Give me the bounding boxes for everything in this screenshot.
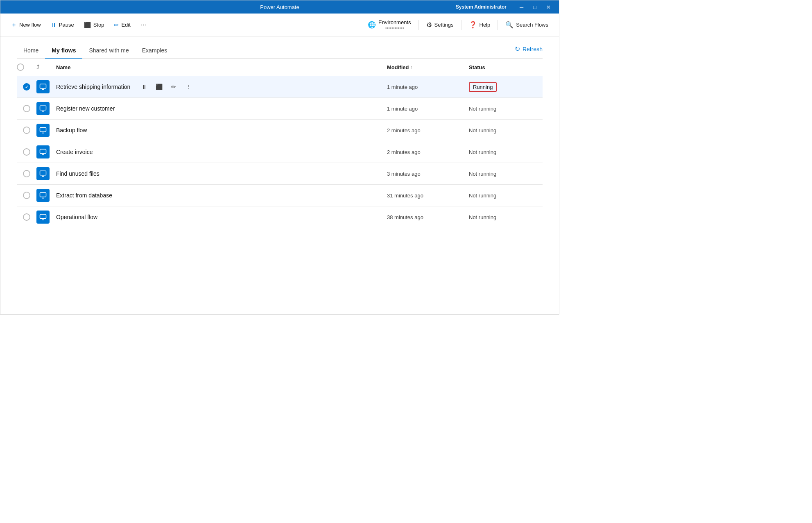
table-row[interactable]: Operational flow ⏸ ⬛ ✏ ⋮ 38 minutes ago … [17,206,543,228]
row-pause-icon[interactable]: ⏸ [108,168,119,179]
th-name[interactable]: Name [56,64,387,70]
refresh-button[interactable]: ↻ Refresh [515,45,543,56]
row-stop-icon[interactable]: ⬛ [122,168,134,179]
row-pause-icon[interactable]: ⏸ [123,103,134,114]
environments-button[interactable]: 🌐 Environments •••••••••••• [364,18,415,32]
row-stop-icon[interactable]: ⬛ [138,103,149,114]
tab-shared-with-me[interactable]: Shared with me [82,43,135,59]
row-name-5: Find unused files [56,170,100,177]
row-stop-icon[interactable]: ⬛ [120,211,132,223]
globe-icon: 🌐 [368,21,376,29]
close-button[interactable]: ✕ [543,3,554,11]
row-modified-4: 2 minutes ago [387,149,469,155]
new-flow-label: New flow [19,22,41,28]
table-row[interactable]: Backup flow ⏸ ⬛ ✏ ⋮ 2 minutes ago Not ru… [17,120,543,141]
row-more-icon[interactable]: ⋮ [145,146,157,158]
row-edit-icon[interactable]: ✏ [152,103,164,114]
row-stop-icon[interactable]: ⬛ [153,81,165,93]
checkbox-unchecked[interactable] [23,127,30,134]
more-button[interactable]: ··· [136,19,151,31]
separator-2 [461,20,461,30]
help-button[interactable]: ❓ Help [465,19,495,30]
desktop-flow-icon [39,105,47,112]
row-more-icon[interactable]: ⋮ [139,125,151,136]
row-status-3: Not running [469,127,543,134]
row-modified-5: 3 minutes ago [387,171,469,177]
row-name-6: Extract from database [56,192,112,199]
row-edit-icon[interactable]: ✏ [168,81,179,93]
toolbar-right: 🌐 Environments •••••••••••• ⚙ Settings ❓… [364,18,552,32]
help-label: Help [480,22,491,28]
row-status-5: Not running [469,171,543,177]
checkbox-checked[interactable] [23,83,30,91]
status-running-badge: Running [469,82,497,92]
flows-table: ⤴ Name Modified ↑ Status [17,59,543,228]
row-checkbox-7[interactable] [17,213,36,221]
row-pause-icon[interactable]: ⏸ [101,146,113,158]
row-pause-icon[interactable]: ⏸ [95,125,106,136]
row-pause-icon[interactable]: ⏸ [106,211,117,223]
stop-button[interactable]: ⬛ Stop [80,19,109,31]
row-more-icon[interactable]: ⋮ [152,168,163,179]
flow-type-icon: ⤴ [36,64,39,70]
row-more-icon[interactable]: ⋮ [167,103,179,114]
tab-examples[interactable]: Examples [136,43,174,59]
table-row[interactable]: Extract from database ⏸ ⬛ ✏ ⋮ 31 minutes… [17,185,543,206]
select-all-checkbox[interactable] [17,63,24,71]
pause-button[interactable]: ⏸ Pause [47,19,78,31]
table-row[interactable]: Find unused files ⏸ ⬛ ✏ ⋮ 3 minutes ago … [17,163,543,185]
row-modified-1: 1 minute ago [387,84,469,90]
table-row[interactable]: Retrieve shipping information ⏸ ⬛ ✏ ⋮ 1 … [17,76,543,98]
row-more-icon[interactable]: ⋮ [150,211,161,223]
row-checkbox-4[interactable] [17,148,36,156]
row-checkbox-5[interactable] [17,170,36,177]
row-checkbox-2[interactable] [17,105,36,112]
checkbox-unchecked[interactable] [23,148,30,156]
row-stop-icon[interactable]: ⬛ [116,146,127,158]
row-more-icon[interactable]: ⋮ [183,81,194,93]
row-pause-icon[interactable]: ⏸ [120,190,132,201]
checkbox-unchecked[interactable] [23,213,30,221]
row-edit-icon[interactable]: ✏ [137,168,149,179]
row-modified-2: 1 minute ago [387,106,469,112]
table-row[interactable]: Register new customer ⏸ ⬛ ✏ ⋮ 1 minute a… [17,98,543,120]
minimize-button[interactable]: ─ [516,3,527,11]
settings-label: Settings [434,22,454,28]
row-status-4: Not running [469,149,543,155]
row-edit-icon[interactable]: ✏ [131,146,142,158]
checkbox-unchecked[interactable] [23,170,30,177]
row-stop-icon[interactable]: ⬛ [135,190,147,201]
checkbox-unchecked[interactable] [23,192,30,199]
svg-rect-0 [40,84,46,88]
row-edit-icon[interactable]: ✏ [124,125,136,136]
title-bar: Power Automate System Administrator ─ □ … [0,0,559,14]
tab-my-flows[interactable]: My flows [45,43,82,59]
separator-1 [418,20,419,30]
row-pause-icon[interactable]: ⏸ [138,81,150,93]
tab-home[interactable]: Home [17,43,45,59]
maximize-button[interactable]: □ [530,3,540,11]
row-checkbox-3[interactable] [17,127,36,134]
desktop-flow-icon [39,170,47,177]
flow-icon-1 [36,80,56,93]
edit-button[interactable]: ✏ Edit [110,19,134,31]
checkbox-unchecked[interactable] [23,105,30,112]
row-edit-icon[interactable]: ✏ [135,211,147,223]
new-flow-button[interactable]: ＋ New flow [7,19,45,31]
th-checkbox [17,63,36,71]
th-modified[interactable]: Modified ↑ [387,64,469,70]
th-status-label: Status [469,64,485,70]
search-flows-button[interactable]: 🔍 Search Flows [501,19,552,31]
row-more-icon[interactable]: ⋮ [165,190,176,201]
row-stop-icon[interactable]: ⬛ [110,125,121,136]
table-row[interactable]: Create invoice ⏸ ⬛ ✏ ⋮ 2 minutes ago Not… [17,141,543,163]
search-icon: 🔍 [505,21,513,29]
row-checkbox-6[interactable] [17,192,36,199]
row-checkbox-1[interactable] [17,83,36,91]
settings-button[interactable]: ⚙ Settings [422,19,458,30]
pause-label: Pause [59,22,74,28]
user-name: System Administrator [456,4,507,10]
row-edit-icon[interactable]: ✏ [150,190,161,201]
row-name-cell-7: Operational flow ⏸ ⬛ ✏ ⋮ [56,211,387,223]
desktop-flow-icon [39,148,47,156]
